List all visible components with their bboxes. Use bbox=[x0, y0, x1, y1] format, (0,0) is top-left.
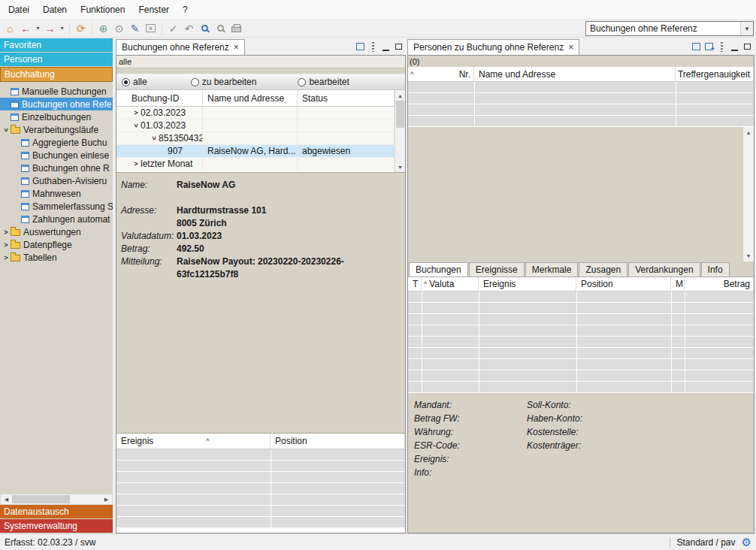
column-header-ereignis[interactable]: Ereignis ^ bbox=[116, 434, 271, 449]
menu-daten[interactable]: Daten bbox=[36, 0, 74, 20]
table-row[interactable] bbox=[408, 116, 754, 127]
booking-row-selected[interactable]: 907 RaiseNow AG, Hard... abgewiesen bbox=[116, 145, 395, 158]
radio-bearbeitet[interactable]: bearbeitet bbox=[298, 77, 349, 87]
radio-zu-bearbeiten[interactable]: zu bearbeiten bbox=[191, 77, 257, 87]
table-row[interactable] bbox=[408, 314, 754, 325]
close-icon[interactable]: × bbox=[234, 42, 239, 53]
menu-datei[interactable]: Datei bbox=[2, 0, 36, 20]
persons-scrollbar[interactable]: ▲ ▼ bbox=[742, 127, 754, 261]
maximize-button[interactable] bbox=[742, 41, 753, 53]
table-row[interactable] bbox=[408, 303, 754, 314]
group-row[interactable]: >02.03.2023 bbox=[116, 107, 395, 119]
table-row[interactable] bbox=[408, 370, 754, 382]
tab-zusagen[interactable]: Zusagen bbox=[579, 262, 627, 277]
table-row[interactable] bbox=[408, 93, 754, 104]
chevron-down-icon[interactable]: > bbox=[2, 125, 10, 134]
dock-view-button[interactable] bbox=[355, 41, 366, 53]
sidebar-section-datenaustausch[interactable]: Datenaustausch bbox=[0, 505, 113, 518]
bookings-grid-scrollbar[interactable]: ▲ ▼ bbox=[395, 90, 405, 172]
table-row[interactable] bbox=[116, 517, 405, 528]
confirm-button[interactable]: ✓ bbox=[165, 21, 181, 36]
scroll-right-icon[interactable]: ▶ bbox=[101, 494, 112, 504]
menu-fenster[interactable]: Fenster bbox=[132, 0, 176, 20]
group-row[interactable]: >01.03.2023 bbox=[116, 119, 395, 132]
column-header-name[interactable]: Name und Adresse bbox=[474, 67, 676, 81]
scroll-down-icon[interactable]: ▼ bbox=[743, 250, 754, 261]
sidebar-section-systemverwaltung[interactable]: Systemverwaltung bbox=[0, 519, 113, 533]
column-header-m[interactable]: M bbox=[671, 277, 685, 291]
column-header-ereignis[interactable]: Ereignis bbox=[479, 277, 576, 291]
record-button[interactable]: ⊙ bbox=[111, 21, 127, 36]
table-row[interactable] bbox=[408, 359, 754, 370]
table-row[interactable] bbox=[408, 382, 754, 393]
table-row[interactable] bbox=[408, 104, 754, 116]
scroll-up-icon[interactable]: ▲ bbox=[743, 127, 754, 138]
column-header-name[interactable]: Name und Adresse bbox=[203, 90, 298, 106]
panel-menu-button[interactable] bbox=[367, 41, 379, 53]
panel-menu-button[interactable] bbox=[716, 41, 727, 53]
sidebar-item-verarbeitungslaeufe[interactable]: > Verarbeitungsläufe bbox=[0, 123, 113, 136]
sidebar-horizontal-scrollbar[interactable]: ◀ ▶ bbox=[0, 494, 113, 505]
column-header-valuta[interactable]: ^ Valuta bbox=[422, 277, 479, 291]
scrollbar-thumb[interactable] bbox=[396, 101, 404, 128]
chevron-down-icon[interactable]: > bbox=[150, 134, 158, 143]
column-header-position[interactable]: Position bbox=[271, 434, 405, 449]
tab-buchungen-ohne-referenz[interactable]: Buchungen ohne Referenz × bbox=[116, 39, 245, 55]
column-header-treffergenauigkeit[interactable]: Treffergenauigkeit bbox=[676, 67, 754, 81]
sidebar-item-zahlungen-automatisch[interactable]: Zahlungen automat bbox=[0, 213, 113, 225]
chevron-right-icon[interactable]: > bbox=[2, 254, 11, 261]
tab-merkmale[interactable]: Merkmale bbox=[525, 262, 579, 277]
filter-field[interactable]: alle bbox=[116, 56, 405, 68]
sidebar-item-sammelerfassung[interactable]: Sammelerfassung S bbox=[0, 200, 113, 213]
menu-help[interactable]: ? bbox=[176, 0, 195, 20]
column-header-buchung-id[interactable]: Buchung-ID bbox=[116, 90, 203, 106]
minimize-button[interactable] bbox=[380, 41, 392, 53]
scrollbar-track[interactable] bbox=[743, 138, 754, 250]
scroll-down-icon[interactable]: ▼ bbox=[395, 162, 405, 172]
minimize-button[interactable] bbox=[729, 41, 740, 53]
sidebar-item-buchungen-ohne-referenz[interactable]: Buchungen ohne Refe bbox=[0, 98, 113, 110]
back-menu-button[interactable]: ▾ bbox=[34, 21, 42, 36]
sidebar-item-einzelbuchungen[interactable]: Einzelbuchungen bbox=[0, 110, 113, 123]
scroll-up-icon[interactable]: ▲ bbox=[395, 90, 405, 101]
print-button[interactable] bbox=[228, 21, 244, 36]
sidebar-item-buchungen-ohne-r[interactable]: Buchungen ohne R bbox=[0, 162, 113, 174]
dock-view-button[interactable] bbox=[691, 41, 702, 53]
table-row[interactable] bbox=[116, 449, 405, 461]
forward-button[interactable]: → bbox=[42, 21, 58, 36]
group-row[interactable]: >letzter Monat bbox=[116, 158, 395, 171]
column-header-t[interactable]: T bbox=[408, 277, 422, 291]
back-button[interactable]: ← bbox=[18, 21, 34, 36]
chevron-right-icon[interactable]: > bbox=[2, 228, 11, 236]
table-row[interactable] bbox=[408, 292, 754, 303]
delete-button[interactable]: × bbox=[143, 21, 159, 36]
tab-verdankungen[interactable]: Verdankungen bbox=[628, 262, 700, 277]
table-row[interactable] bbox=[408, 337, 754, 348]
edit-button[interactable]: ✎ bbox=[127, 21, 143, 36]
tab-ereignisse[interactable]: Ereignisse bbox=[469, 262, 525, 277]
sidebar-section-favoriten[interactable]: Favoriten bbox=[0, 38, 113, 52]
maximize-button[interactable] bbox=[393, 41, 404, 53]
tab-personen-zu-buchung[interactable]: Personen zu Buchung ohne Referenz × bbox=[407, 39, 579, 55]
chevron-down-icon[interactable]: ▾ bbox=[740, 22, 753, 35]
tab-info[interactable]: Info bbox=[701, 262, 730, 277]
undo-button[interactable]: ↶ bbox=[181, 21, 197, 36]
scroll-left-icon[interactable]: ◀ bbox=[1, 494, 12, 504]
sidebar-item-tabellen[interactable]: > Tabellen bbox=[0, 251, 113, 264]
settings-gear-icon[interactable]: ⚙ bbox=[742, 536, 751, 548]
sidebar-item-mahnwesen[interactable]: Mahnwesen bbox=[0, 187, 113, 200]
sidebar-item-datenpflege[interactable]: > Datenpflege bbox=[0, 238, 113, 251]
scrollbar-thumb[interactable] bbox=[12, 495, 70, 503]
table-row[interactable] bbox=[116, 483, 405, 494]
view-selector[interactable]: Buchungen ohne Referenz ▾ bbox=[585, 21, 754, 36]
sidebar-section-personen[interactable]: Personen bbox=[0, 53, 113, 66]
column-header-status[interactable]: Status bbox=[298, 90, 395, 106]
scrollbar-track[interactable] bbox=[395, 101, 405, 162]
home-button[interactable]: ⌂ bbox=[2, 21, 18, 36]
table-row[interactable] bbox=[408, 82, 754, 93]
refresh-button[interactable]: ⟳ bbox=[73, 21, 89, 36]
radio-alle[interactable]: alle bbox=[122, 77, 147, 87]
sidebar-item-guthaben-avisierung[interactable]: Guthaben-Avisieru bbox=[0, 174, 113, 187]
group-row[interactable]: >851350432 bbox=[116, 132, 395, 145]
table-row[interactable] bbox=[408, 325, 754, 337]
